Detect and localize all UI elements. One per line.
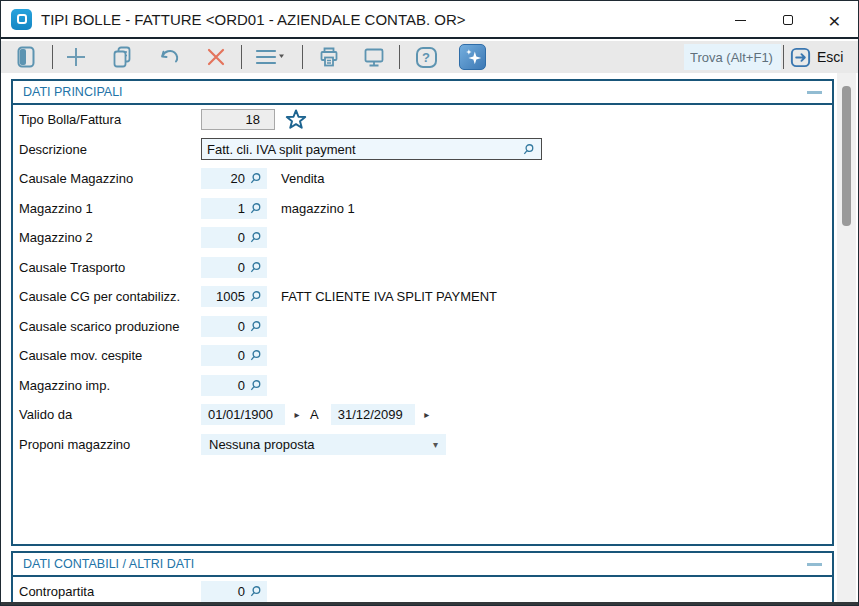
undo-button[interactable] <box>157 44 183 70</box>
causale-cg-field[interactable]: 1005 <box>201 286 267 307</box>
minimize-button[interactable] <box>717 1 764 39</box>
panel-button[interactable] <box>13 44 39 70</box>
collapse-button[interactable] <box>806 84 822 100</box>
scrollbar-thumb[interactable] <box>842 86 851 226</box>
descrizione-input[interactable]: Fatt. cli. IVA split payment <box>201 138 542 160</box>
add-button[interactable] <box>63 44 89 70</box>
print-button[interactable] <box>316 44 342 70</box>
exit-icon <box>789 46 812 69</box>
exit-label: Esci <box>817 49 843 65</box>
lookup-icon[interactable] <box>249 172 262 185</box>
copy-icon <box>110 45 134 69</box>
delete-button[interactable] <box>203 44 229 70</box>
section-header: DATI CONTABILI / ALTRI DATI <box>13 553 832 577</box>
lookup-icon[interactable] <box>249 349 262 362</box>
app-logo-inner <box>17 14 27 24</box>
lookup-icon[interactable] <box>249 320 262 333</box>
form-row-valido-da: Valido da 01/01/1900 ▸ A 31/12/2099 ▸ <box>13 400 832 430</box>
proponi-magazzino-select[interactable]: Nessuna proposta ▾ <box>201 434 446 455</box>
toolbar-separator <box>241 45 242 69</box>
lookup-icon[interactable] <box>249 379 262 392</box>
form-row-tipo-bolla: Tipo Bolla/Fattura 18 <box>13 105 832 135</box>
magazzino-imp-field[interactable]: 0 <box>201 375 267 396</box>
print-icon <box>317 45 341 69</box>
valido-da-field[interactable]: 01/01/1900 <box>201 404 285 425</box>
lookup-icon[interactable] <box>249 290 262 303</box>
maximize-button[interactable] <box>764 1 811 39</box>
undo-icon <box>158 45 182 69</box>
magazzino-1-field[interactable]: 1 <box>201 198 267 219</box>
exit-button[interactable]: Esci <box>789 44 843 70</box>
section-title: DATI CONTABILI / ALTRI DATI <box>23 557 194 571</box>
causale-scarico-field[interactable]: 0 <box>201 316 267 337</box>
copy-button[interactable] <box>109 44 135 70</box>
minus-icon <box>807 91 822 94</box>
panel-icon <box>14 45 38 69</box>
find-input[interactable] <box>684 44 781 70</box>
section-dati-contabili: DATI CONTABILI / ALTRI DATI Contropartit… <box>11 551 834 605</box>
contropartita-field[interactable]: 0 <box>201 581 267 602</box>
window-bottom-edge <box>1 602 858 605</box>
delete-icon <box>204 45 228 69</box>
collapse-button[interactable] <box>806 556 822 572</box>
form-row-magazzino-1: Magazzino 1 1 magazzino 1 <box>13 194 832 224</box>
field-description: FATT CLIENTE IVA SPLIT PAYMENT <box>281 289 497 304</box>
sparkle-icon <box>462 46 484 68</box>
form-row-magazzino-2: Magazzino 2 0 <box>13 223 832 253</box>
lookup-icon[interactable] <box>249 202 262 215</box>
help-button[interactable]: ? <box>413 44 439 70</box>
chevron-down-icon: ▾ <box>433 439 438 450</box>
field-label: Causale mov. cespite <box>19 348 201 363</box>
field-label: Tipo Bolla/Fattura <box>19 112 201 127</box>
assistant-button[interactable] <box>459 44 486 70</box>
causale-magazzino-field[interactable]: 20 <box>201 168 267 189</box>
field-description: Vendita <box>281 171 324 186</box>
section-header: DATI PRINCIPALI <box>13 81 832 105</box>
field-label: Proponi magazzino <box>19 437 201 452</box>
form-row-causale-magazzino: Causale Magazzino 20 Vendita <box>13 164 832 194</box>
form-row-magazzino-imp: Magazzino imp. 0 <box>13 371 832 401</box>
toolbar-separator <box>52 45 53 69</box>
magazzino-2-field[interactable]: 0 <box>201 227 267 248</box>
maximize-icon <box>783 15 793 25</box>
form-row-contropartita: Contropartita 0 <box>13 577 832 605</box>
star-icon <box>283 107 309 133</box>
monitor-button[interactable] <box>361 44 387 70</box>
toolbar: ? Esci <box>1 41 858 73</box>
close-icon: × <box>828 10 840 31</box>
close-button[interactable]: × <box>811 1 858 39</box>
toolbar-separator <box>302 45 303 69</box>
field-label: Causale CG per contabilizz. <box>19 289 201 304</box>
form-row-causale-cespite: Causale mov. cespite 0 <box>13 341 832 371</box>
field-label: Contropartita <box>19 584 201 599</box>
lookup-icon[interactable] <box>249 231 262 244</box>
causale-trasporto-field[interactable]: 0 <box>201 257 267 278</box>
valido-a-field[interactable]: 31/12/2099 <box>331 404 415 425</box>
vertical-scrollbar[interactable] <box>837 73 856 605</box>
add-icon <box>64 45 88 69</box>
field-label: Valido da <box>19 407 201 422</box>
causale-cespite-field[interactable]: 0 <box>201 345 267 366</box>
lookup-icon[interactable] <box>522 143 535 156</box>
form-row-proponi-magazzino: Proponi magazzino Nessuna proposta ▾ <box>13 430 832 460</box>
form-row-causale-scarico: Causale scarico produzione 0 <box>13 312 832 342</box>
field-label: Causale scarico produzione <box>19 319 201 334</box>
form-row-causale-trasporto: Causale Trasporto 0 <box>13 253 832 283</box>
minus-icon <box>807 563 822 566</box>
field-label: Descrizione <box>19 142 201 157</box>
section-dati-principali: DATI PRINCIPALI Tipo Bolla/Fattura 18 De… <box>11 79 834 546</box>
menu-button[interactable] <box>253 44 287 70</box>
calendar-arrow-icon[interactable]: ▸ <box>420 409 434 420</box>
tipo-bolla-field: 18 <box>201 109 275 130</box>
window-title: TIPI BOLLE - FATTURE <ORD01 - AZIENDALE … <box>41 11 466 28</box>
calendar-arrow-icon[interactable]: ▸ <box>290 409 304 420</box>
lookup-icon[interactable] <box>249 585 262 598</box>
app-logo-icon <box>11 9 32 30</box>
form-area: DATI PRINCIPALI Tipo Bolla/Fattura 18 De… <box>1 73 858 605</box>
app-window: { "window": { "title": "TIPI BOLLE - FAT… <box>0 0 859 606</box>
field-label: Causale Magazzino <box>19 171 201 186</box>
date-range-separator: A <box>310 407 319 422</box>
lookup-icon[interactable] <box>249 261 262 274</box>
menu-icon <box>254 45 286 69</box>
favorite-button[interactable] <box>283 107 309 133</box>
